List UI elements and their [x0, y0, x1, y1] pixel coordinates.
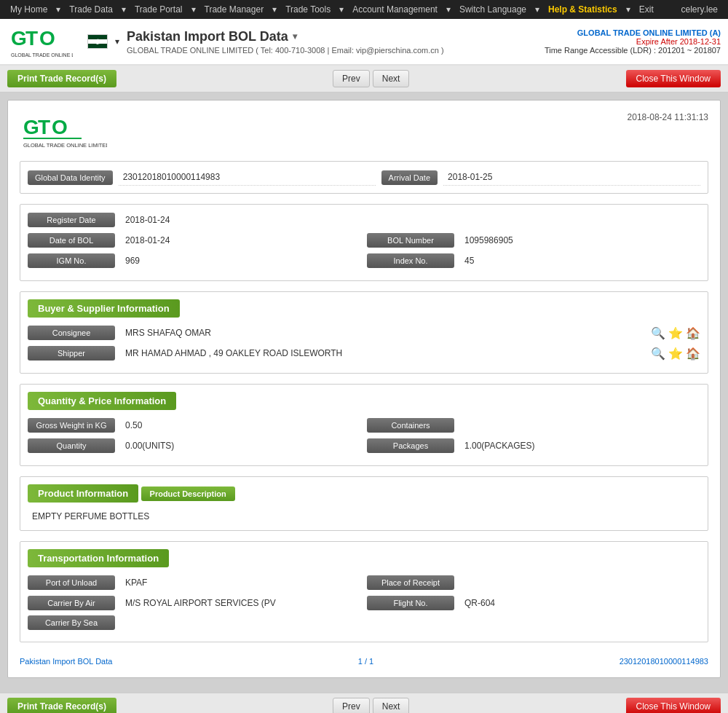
account-company: GLOBAL TRADE ONLINE LIMITED (A) [545, 28, 721, 37]
global-data-identity-label: Global Data Identity [28, 170, 113, 185]
consignee-row: Consignee MRS SHAFAQ OMAR 🔍 ⭐ 🏠 [28, 325, 700, 341]
buyer-supplier-header: Buyer & Supplier Information [28, 299, 180, 318]
igm-no-label: IGM No. [28, 253, 115, 268]
identity-section: Global Data Identity 2301201801000011498… [20, 161, 708, 194]
bol-number-label: BOL Number [367, 233, 454, 248]
close-button-bottom[interactable]: Close This Window [626, 698, 721, 713]
gross-weight-label: Gross Weight in KG [28, 418, 115, 433]
top-toolbar: Print Trade Record(s) Prev Next Close Th… [0, 66, 728, 92]
record-card: G T O GLOBAL TRADE ONLINE LIMITED 2018-0… [7, 100, 721, 678]
port-of-unload-value: KPAF [121, 575, 361, 591]
flag-dropdown[interactable]: ▾ [115, 36, 119, 47]
igm-no-value: 969 [121, 253, 361, 269]
register-date-label: Register Date [28, 213, 115, 227]
close-button-top[interactable]: Close This Window [626, 70, 721, 87]
svg-text:GLOBAL TRADE ONLINE LIMITED: GLOBAL TRADE ONLINE LIMITED [23, 142, 107, 149]
bottom-toolbar: Print Trade Record(s) Prev Next Close Th… [0, 693, 728, 713]
title-dropdown-arrow[interactable]: ▾ [293, 31, 297, 42]
register-date-value: 2018-01-24 [121, 212, 700, 228]
bol-row: Date of BOL 2018-01-24 BOL Number 109598… [28, 232, 700, 248]
quantity-price-header: Quantity & Price Information [28, 392, 176, 410]
title-area: Pakistan Import BOL Data ▾ GLOBAL TRADE … [127, 29, 444, 55]
basic-info-section: Register Date 2018-01-24 Date of BOL 201… [20, 204, 708, 281]
consignee-value: MRS SHAFAQ OMAR [121, 325, 639, 341]
footer-page: 1 / 1 [358, 657, 373, 666]
nav-my-home[interactable]: My Home [6, 0, 52, 19]
user-name: celery.lee [677, 4, 722, 15]
global-data-identity-value: 23012018010000114983 [119, 169, 376, 186]
print-button-bottom[interactable]: Print Trade Record(s) [7, 698, 116, 713]
pakistan-flag [87, 34, 108, 49]
quantity-packages-row: Quantity 0.00(UNITS) Packages 1.00(PACKA… [28, 438, 700, 454]
footer-id: 23012018010000114983 [620, 657, 708, 666]
nav-trade-tools[interactable]: Trade Tools [281, 0, 335, 19]
date-of-bol-value: 2018-01-24 [121, 232, 361, 248]
header-bar: G T O GLOBAL TRADE ONLINE LIMITED ▾ Paki… [0, 19, 728, 66]
record-footer: Pakistan Import BOL Data 1 / 1 230120180… [20, 653, 708, 666]
arrival-date-label: Arrival Date [381, 170, 438, 185]
port-of-unload-label: Port of Unload [28, 575, 115, 590]
buyer-supplier-section: Buyer & Supplier Information Consignee M… [20, 291, 708, 374]
shipper-value: MR HAMAD AHMAD , 49 OAKLEY ROAD ISLEWORT… [121, 345, 639, 361]
product-description-button[interactable]: Product Description [141, 487, 235, 501]
svg-text:O: O [39, 27, 55, 50]
logo-area: G T O GLOBAL TRADE ONLINE LIMITED [7, 23, 73, 60]
top-navigation: My Home ▾ Trade Data ▾ Trade Portal ▾ Tr… [0, 0, 728, 19]
consignee-star-icon[interactable]: ⭐ [668, 326, 683, 340]
svg-text:T: T [25, 27, 38, 50]
svg-text:G: G [11, 27, 27, 50]
packages-label: Packages [367, 438, 454, 453]
date-of-bol-label: Date of BOL [28, 233, 115, 248]
gross-weight-value: 0.50 [121, 417, 361, 433]
nav-trade-data[interactable]: Trade Data [65, 0, 117, 19]
next-button-bottom[interactable]: Next [373, 698, 410, 713]
index-no-label: Index No. [367, 253, 454, 268]
transportation-section: Transportation Information Port of Unloa… [20, 541, 708, 642]
carrier-by-sea-label: Carrier By Sea [28, 615, 115, 630]
page-title: Pakistan Import BOL Data [127, 29, 288, 44]
igm-row: IGM No. 969 Index No. 45 [28, 253, 700, 269]
print-button-top[interactable]: Print Trade Record(s) [7, 70, 116, 87]
carrier-air-row: Carrier By Air M/S ROYAL AIRPORT SERVICE… [28, 595, 700, 611]
account-info: GLOBAL TRADE ONLINE LIMITED (A) Expire A… [545, 28, 721, 55]
shipper-star-icon[interactable]: ⭐ [668, 347, 683, 361]
containers-value [460, 422, 700, 428]
quantity-price-section: Quantity & Price Information Gross Weigh… [20, 384, 708, 466]
nav-switch-language[interactable]: Switch Language [455, 0, 531, 19]
record-datetime: 2018-08-24 11:31:13 [628, 112, 708, 122]
nav-exit[interactable]: Exit [635, 0, 658, 19]
shipper-home-icon[interactable]: 🏠 [686, 347, 700, 361]
consignee-home-icon[interactable]: 🏠 [686, 326, 700, 340]
prev-button-bottom[interactable]: Prev [333, 698, 370, 713]
nav-trade-manager[interactable]: Trade Manager [200, 0, 269, 19]
nav-help-statistics[interactable]: Help & Statistics [544, 0, 622, 19]
ldr-range: Time Range Accessible (LDR) : 201201 ~ 2… [545, 46, 721, 55]
gto-logo: G T O GLOBAL TRADE ONLINE LIMITED [7, 23, 73, 60]
transportation-header: Transportation Information [28, 549, 169, 567]
consignee-search-icon[interactable]: 🔍 [651, 326, 665, 340]
shipper-row: Shipper MR HAMAD AHMAD , 49 OAKLEY ROAD … [28, 345, 700, 361]
weight-containers-row: Gross Weight in KG 0.50 Containers [28, 417, 700, 433]
nav-account-management[interactable]: Account Management [348, 0, 442, 19]
header-subtitle: GLOBAL TRADE ONLINE LIMITED ( Tel: 400-7… [127, 46, 444, 55]
consignee-actions: 🔍 ⭐ 🏠 [651, 326, 700, 340]
carrier-sea-row: Carrier By Sea [28, 615, 700, 630]
carrier-by-air-value: M/S ROYAL AIRPORT SERVICES (PV [121, 595, 361, 611]
prev-button-top[interactable]: Prev [333, 70, 370, 87]
card-logo: G T O GLOBAL TRADE ONLINE LIMITED [20, 112, 107, 152]
quantity-label: Quantity [28, 438, 115, 453]
card-logo-svg: G T O GLOBAL TRADE ONLINE LIMITED [20, 112, 107, 152]
shipper-search-icon[interactable]: 🔍 [651, 347, 665, 361]
nav-trade-portal[interactable]: Trade Portal [130, 0, 187, 19]
card-header: G T O GLOBAL TRADE ONLINE LIMITED 2018-0… [20, 112, 708, 152]
product-description-value: EMPTY PERFUME BOTTLES [28, 510, 700, 523]
svg-rect-7 [23, 138, 82, 139]
shipper-actions: 🔍 ⭐ 🏠 [651, 347, 700, 361]
consignee-label: Consignee [28, 326, 115, 340]
next-button-top[interactable]: Next [373, 70, 410, 87]
place-of-receipt-label: Place of Receipt [367, 575, 454, 590]
bol-number-value: 1095986905 [460, 232, 700, 248]
quantity-value: 0.00(UNITS) [121, 438, 361, 454]
arrival-date-value: 2018-01-25 [443, 169, 700, 186]
flight-no-value: QR-604 [460, 595, 700, 611]
